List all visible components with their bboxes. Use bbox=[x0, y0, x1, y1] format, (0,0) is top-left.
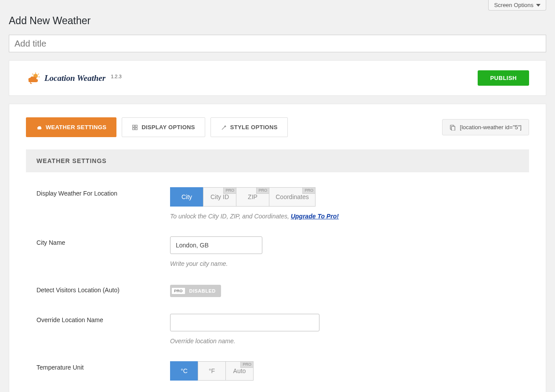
wand-icon bbox=[221, 124, 227, 131]
tab-display-options[interactable]: DISPLAY OPTIONS bbox=[122, 117, 205, 137]
post-title-input[interactable] bbox=[9, 35, 546, 52]
tab-weather-settings[interactable]: WEATHER SETTINGS bbox=[26, 117, 116, 137]
plugin-brand: Location Weather 1.2.3 bbox=[26, 73, 122, 84]
pro-badge: PRO bbox=[240, 361, 254, 368]
publish-button[interactable]: PUBLISH bbox=[478, 70, 529, 86]
weather-logo-icon bbox=[26, 73, 40, 84]
pro-badge: PRO bbox=[171, 287, 185, 294]
disabled-label: DISABLED bbox=[187, 288, 221, 294]
field-label-display-for: Display Weather For Location bbox=[36, 187, 170, 197]
field-hint: Write your city name. bbox=[170, 260, 519, 267]
svg-rect-5 bbox=[133, 125, 134, 127]
field-label-temp-unit: Temperature Unit bbox=[36, 361, 170, 371]
field-label-detect-visitors: Detect Visitors Location (Auto) bbox=[36, 284, 170, 294]
svg-rect-8 bbox=[135, 127, 137, 129]
tab-label: DISPLAY OPTIONS bbox=[141, 124, 195, 131]
field-hint: Override location name. bbox=[170, 338, 519, 345]
svg-line-2 bbox=[38, 74, 39, 75]
pro-badge: PRO bbox=[256, 187, 269, 194]
copy-icon bbox=[450, 124, 456, 131]
svg-line-4 bbox=[33, 74, 33, 75]
option-celsius[interactable]: °C bbox=[170, 361, 198, 381]
screen-options-label: Screen Options bbox=[494, 2, 533, 8]
pro-badge: PRO bbox=[302, 187, 316, 194]
page-title: Add New Weather bbox=[0, 11, 555, 35]
option-city[interactable]: City bbox=[170, 187, 203, 207]
field-label-city-name: City Name bbox=[36, 236, 170, 246]
svg-rect-6 bbox=[135, 125, 137, 127]
tab-label: STYLE OPTIONS bbox=[230, 124, 278, 131]
override-location-input[interactable] bbox=[170, 314, 319, 331]
shortcode-text: [location-weather id="5"] bbox=[460, 124, 522, 131]
plugin-header-panel: Location Weather 1.2.3 PUBLISH bbox=[9, 60, 546, 96]
field-label-override-location: Override Location Name bbox=[36, 314, 170, 323]
svg-rect-7 bbox=[133, 127, 134, 129]
tab-label: WEATHER SETTINGS bbox=[46, 124, 106, 131]
option-coordinates[interactable]: Coordinates PRO bbox=[269, 187, 316, 207]
upgrade-pro-link[interactable]: Upgrade To Pro! bbox=[291, 213, 339, 220]
tab-style-options[interactable]: STYLE OPTIONS bbox=[210, 117, 288, 137]
section-heading: WEATHER SETTINGS bbox=[26, 149, 529, 172]
settings-panel: WEATHER SETTINGS DISPLAY OPTIONS STYLE O… bbox=[9, 104, 546, 392]
shortcode-copy[interactable]: [location-weather id="5"] bbox=[442, 119, 529, 135]
option-city-id[interactable]: City ID PRO bbox=[203, 187, 236, 207]
city-name-input[interactable] bbox=[170, 236, 262, 254]
plugin-version: 1.2.3 bbox=[111, 74, 121, 79]
option-auto[interactable]: Auto PRO bbox=[225, 361, 254, 381]
option-fahrenheit[interactable]: °F bbox=[198, 361, 226, 381]
field-hint: To unlock the City ID, ZIP, and Coordina… bbox=[170, 213, 519, 220]
grid-icon bbox=[132, 124, 138, 131]
svg-rect-10 bbox=[451, 126, 455, 131]
detect-toggle-disabled: PRO DISABLED bbox=[170, 285, 221, 297]
pro-badge: PRO bbox=[223, 187, 236, 194]
screen-options-toggle[interactable]: Screen Options bbox=[488, 0, 546, 11]
option-zip[interactable]: ZIP PRO bbox=[236, 187, 269, 207]
plugin-name: Location Weather bbox=[44, 73, 105, 83]
cloud-icon bbox=[36, 124, 42, 131]
caret-down-icon bbox=[536, 4, 540, 7]
